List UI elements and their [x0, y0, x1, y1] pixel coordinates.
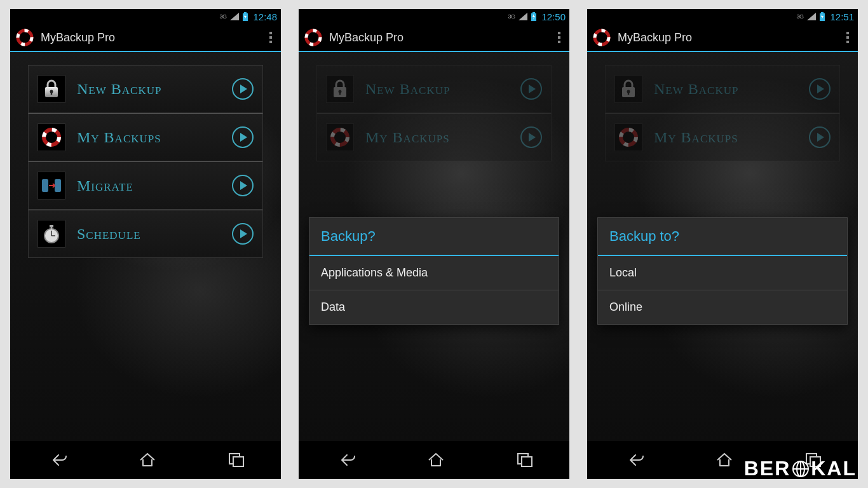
battery-charging-icon	[243, 12, 248, 21]
main-content: New Backup My Backups Backup to? Local O…	[587, 65, 858, 454]
svg-rect-24	[339, 92, 341, 95]
my-backups-button[interactable]: My Backups	[316, 113, 552, 161]
dialog-title: Backup?	[309, 218, 559, 255]
my-backups-button[interactable]: My Backups	[28, 113, 263, 161]
network-badge: 3G	[219, 13, 226, 20]
dialog-title: Backup to?	[598, 218, 847, 255]
clock: 12:48	[253, 11, 277, 22]
svg-point-2	[18, 30, 32, 44]
main-menu: New Backup My Backups Migrate	[28, 65, 263, 258]
svg-rect-10	[55, 179, 61, 192]
play-icon	[520, 126, 542, 148]
app-logo-icon	[592, 28, 611, 47]
navigation-bar	[299, 441, 569, 479]
new-backup-button[interactable]: New Backup	[605, 65, 840, 113]
battery-charging-icon	[531, 12, 536, 21]
status-bar: 3G 12:48	[10, 9, 281, 24]
schedule-button[interactable]: Schedule	[28, 210, 263, 258]
svg-rect-6	[51, 92, 52, 95]
back-button[interactable]	[623, 451, 644, 469]
play-icon	[232, 126, 254, 148]
svg-point-25	[332, 130, 348, 145]
lock-icon	[614, 75, 642, 103]
backup-destination-dialog: Backup to? Local Online	[597, 217, 848, 325]
overflow-menu-button[interactable]	[554, 28, 564, 47]
option-data[interactable]: Data	[309, 290, 559, 324]
menu-label: Migrate	[77, 177, 220, 194]
svg-rect-30	[821, 12, 824, 13]
option-local[interactable]: Local	[598, 256, 847, 290]
svg-rect-13	[51, 227, 52, 229]
home-button[interactable]	[715, 451, 734, 469]
network-badge: 3G	[508, 13, 515, 20]
clock: 12:50	[541, 11, 566, 22]
play-icon	[520, 78, 542, 100]
action-bar: MyBackup Pro	[10, 24, 281, 52]
home-button[interactable]	[138, 451, 157, 469]
recent-apps-button[interactable]	[516, 452, 534, 468]
backup-type-dialog: Backup? Applications & Media Data	[309, 217, 559, 325]
play-icon	[232, 78, 254, 100]
network-badge: 3G	[796, 13, 803, 20]
watermark: BER KAL	[744, 457, 857, 480]
my-backups-button[interactable]: My Backups	[605, 113, 840, 161]
action-bar: MyBackup Pro	[299, 24, 569, 52]
app-title: MyBackup Pro	[41, 31, 266, 44]
battery-charging-icon	[820, 12, 825, 21]
app-title: MyBackup Pro	[329, 31, 554, 44]
overflow-menu-button[interactable]	[266, 28, 276, 47]
action-bar: MyBackup Pro	[587, 24, 858, 52]
play-icon	[232, 223, 254, 245]
recent-apps-button[interactable]	[227, 452, 245, 468]
migrate-icon	[37, 172, 65, 200]
lifesaver-icon	[614, 123, 642, 151]
option-applications-media[interactable]: Applications & Media	[309, 256, 559, 290]
play-icon	[809, 78, 831, 100]
overflow-menu-button[interactable]	[843, 28, 853, 47]
svg-rect-9	[42, 179, 48, 192]
app-title: MyBackup Pro	[618, 31, 843, 44]
menu-label: New Backup	[365, 81, 509, 98]
migrate-button[interactable]: Migrate	[28, 161, 263, 210]
app-logo-icon	[15, 28, 34, 47]
svg-rect-28	[522, 457, 532, 466]
clock: 12:51	[830, 11, 854, 22]
navigation-bar	[10, 441, 281, 479]
svg-rect-19	[532, 12, 535, 13]
play-icon	[232, 175, 254, 196]
signal-icon	[519, 13, 527, 20]
status-bar: 3G 12:51	[587, 9, 858, 24]
menu-label: Schedule	[77, 226, 220, 243]
svg-rect-35	[628, 92, 629, 95]
svg-point-20	[306, 30, 320, 44]
option-online[interactable]: Online	[598, 290, 847, 324]
lock-icon	[326, 75, 354, 103]
globe-icon	[792, 460, 810, 478]
menu-label: New Backup	[77, 81, 220, 98]
svg-point-31	[595, 30, 609, 44]
signal-icon	[230, 13, 239, 20]
back-button[interactable]	[46, 451, 67, 469]
play-icon	[809, 126, 831, 148]
signal-icon	[807, 13, 816, 20]
new-backup-button[interactable]: New Backup	[316, 65, 552, 113]
svg-point-7	[44, 130, 59, 145]
lifesaver-icon	[326, 123, 354, 151]
menu-label: My Backups	[77, 129, 220, 146]
menu-label: New Backup	[654, 81, 797, 98]
home-button[interactable]	[426, 451, 445, 469]
lock-icon	[37, 75, 65, 103]
status-bar: 3G 12:50	[299, 9, 569, 24]
main-menu: New Backup My Backups	[316, 65, 552, 161]
svg-rect-1	[244, 12, 247, 13]
menu-label: My Backups	[654, 129, 797, 146]
new-backup-button[interactable]: New Backup	[28, 65, 263, 113]
svg-point-36	[621, 130, 636, 145]
menu-label: My Backups	[365, 129, 509, 146]
screenshot-1: 3G 12:48 MyBackup Pro New Backup My Bac	[10, 9, 281, 479]
back-button[interactable]	[334, 451, 356, 469]
main-content: New Backup My Backups Backup? Applicatio…	[299, 65, 569, 454]
lifesaver-icon	[37, 123, 65, 151]
main-menu: New Backup My Backups	[605, 65, 840, 161]
screenshot-2: 3G 12:50 MyBackup Pro New Backup My Bac	[299, 9, 569, 479]
